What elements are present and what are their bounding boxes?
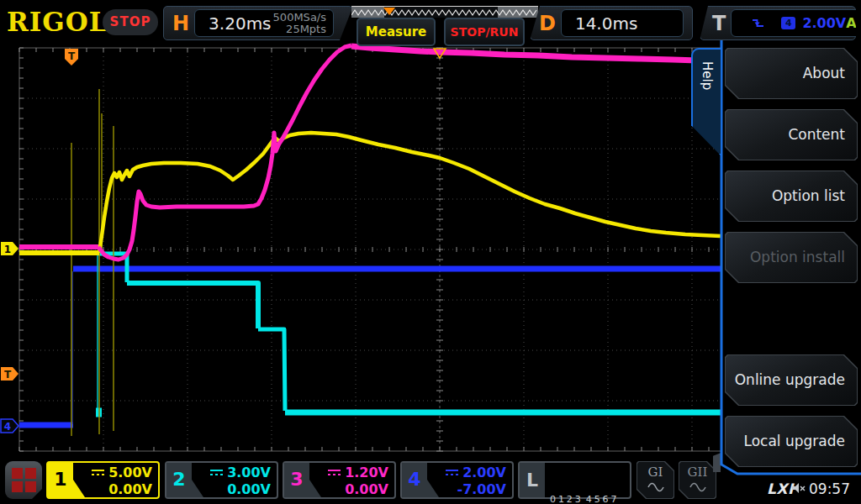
channel-1-number: 1: [48, 469, 73, 490]
channel-1-scale: 5.00V: [108, 465, 152, 480]
dc-coupling-icon: [328, 470, 341, 475]
trigger-level-value: 2.00V: [802, 15, 846, 31]
channel-2-number: 2: [166, 469, 192, 490]
trigger-inset: 4 2.00V A: [731, 9, 861, 37]
channel-3-scale: 1.20V: [345, 465, 388, 480]
menu-item-about[interactable]: About: [725, 48, 858, 99]
lxi-status: LXI: [767, 480, 794, 497]
ch4-position-marker-label: 4: [4, 421, 11, 433]
memory-depth: 25Mpts: [273, 24, 326, 35]
sample-rate: 500MSa/s: [273, 12, 326, 24]
muted-speaker-icon[interactable]: [791, 482, 806, 495]
dc-coupling-icon: [92, 470, 104, 475]
logic-tab-label: L: [520, 463, 545, 497]
menu-grid-icon: [25, 468, 36, 479]
trigger-position-marker-label: T: [68, 50, 76, 62]
menu-grid-icon: [12, 468, 23, 479]
channel-1-box[interactable]: 1 5.00V 0.00V: [46, 461, 160, 499]
sine-wave-icon: [647, 480, 665, 492]
memory-trigger-marker-icon: [383, 8, 395, 15]
menu-item-content[interactable]: Content: [725, 109, 858, 160]
generator-1-label: GI: [637, 465, 673, 480]
logic-channels-row1: 0 1 2 3 4 5 6 7: [550, 493, 647, 504]
menu-item-option-install[interactable]: Option install: [725, 232, 858, 283]
timebase-inset: 3.20ms 500MSa/s 25Mpts: [194, 9, 334, 37]
timebase-value: 3.20ms: [209, 13, 271, 34]
delay-inset: 14.0ms: [561, 9, 684, 37]
memory-position-indicator[interactable]: [351, 6, 538, 18]
channel-1-offset: 0.00V: [108, 481, 152, 497]
dc-coupling-icon: [446, 470, 458, 475]
dc-coupling-icon: [210, 470, 223, 475]
delay-panel[interactable]: D 14.0ms: [530, 6, 693, 40]
channel-menu-button[interactable]: [5, 461, 42, 499]
h-label: H: [172, 12, 189, 35]
horizontal-timebase-panel[interactable]: H 3.20ms 500MSa/s 25Mpts: [163, 6, 353, 40]
channel-3-box[interactable]: 3 1.20V 0.00V: [283, 461, 396, 499]
memory-zigzag: [351, 7, 538, 18]
ch3-trace: [351, 46, 721, 60]
t-label: T: [712, 12, 726, 35]
channel-2-box[interactable]: 2 3.00V 0.00V: [165, 461, 278, 499]
run-state-badge[interactable]: STOP: [103, 9, 158, 35]
generator-2-label: GII: [679, 465, 716, 480]
stop-run-button[interactable]: STOP/RUN: [444, 18, 525, 46]
ch1-position-marker-label: 1: [4, 244, 11, 255]
falling-edge-icon: [752, 18, 764, 29]
channel-2-scale: 3.00V: [227, 465, 271, 480]
oscilloscope-screen: T1T4 RIGOL STOP H 3.20ms 500MSa/s 25Mpts…: [0, 0, 861, 504]
channel-2-offset: 0.00V: [227, 481, 271, 497]
channel-4-number: 4: [402, 469, 427, 490]
channel-3-number: 3: [284, 469, 309, 490]
ch1-trace: [99, 133, 721, 253]
generator-1-box[interactable]: GI: [637, 461, 674, 499]
logic-channels-box[interactable]: L 0 1 2 3 4 5 6 7 8 9 10 11 12 13 14 15: [518, 461, 631, 499]
sine-wave-icon: [689, 480, 707, 492]
trigger-panel[interactable]: T 4 2.00V A: [700, 6, 856, 40]
ch3-trace: [98, 45, 351, 260]
trigger-mode: A: [846, 15, 856, 31]
measure-button[interactable]: Measure: [357, 18, 436, 46]
trigger-level-marker-label: T: [4, 369, 12, 381]
channel-4-box[interactable]: 4 2.00V -7.00V: [400, 461, 514, 499]
menu-item-option-list[interactable]: Option list: [725, 171, 858, 222]
rigol-logo: RIGOL: [7, 7, 108, 37]
channel-3-offset: 0.00V: [345, 481, 388, 497]
help-tab-label: Help: [700, 61, 715, 90]
channel-4-offset: -7.00V: [457, 481, 507, 497]
generator-2-box[interactable]: GII: [679, 461, 716, 499]
menu-item-local-upgrade[interactable]: Local upgrade: [725, 416, 858, 467]
delay-value: 14.0ms: [575, 13, 637, 34]
menu-grid-icon: [12, 481, 23, 492]
ch2-trace: [127, 283, 258, 328]
clock: 09:57: [809, 480, 850, 497]
channel-4-scale: 2.00V: [462, 465, 506, 480]
d-label: D: [539, 12, 556, 35]
menu-item-online-upgrade[interactable]: Online upgrade: [725, 354, 858, 406]
menu-grid-icon: [25, 481, 36, 492]
ch2-trace: [258, 329, 285, 411]
trigger-source-badge: 4: [781, 17, 795, 29]
